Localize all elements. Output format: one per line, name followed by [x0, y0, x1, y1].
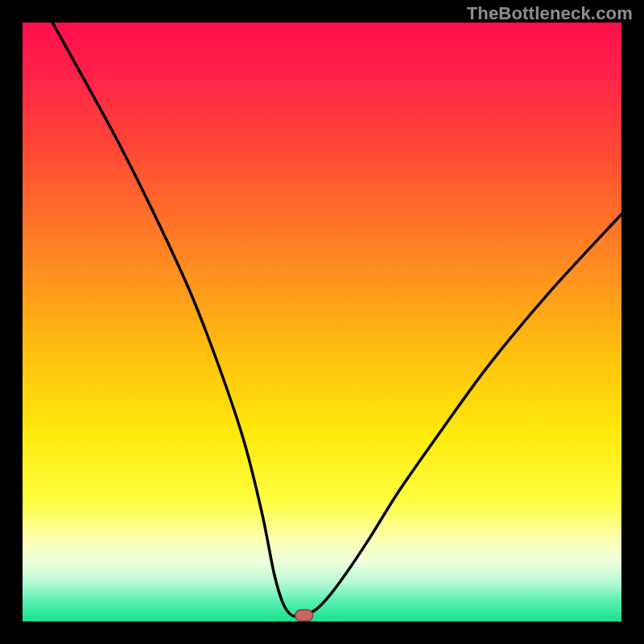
outer-frame: TheBottleneck.com — [0, 0, 644, 644]
watermark-text: TheBottleneck.com — [467, 3, 633, 24]
bottleneck-chart — [23, 23, 621, 621]
optimum-marker — [295, 610, 313, 621]
gradient-background — [23, 23, 621, 621]
